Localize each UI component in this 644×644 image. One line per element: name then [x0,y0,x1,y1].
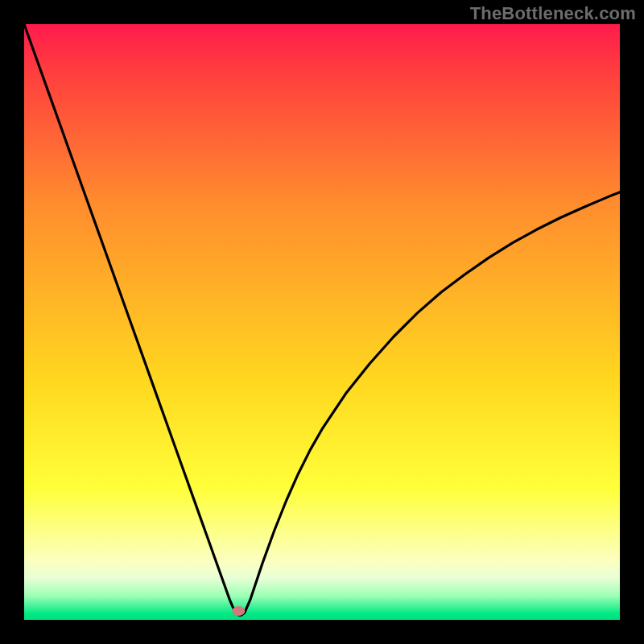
bottleneck-chart [24,24,620,620]
chart-frame: TheBottleneck.com [0,0,644,644]
minimum-marker [232,606,245,616]
chart-background [24,24,620,620]
watermark-text: TheBottleneck.com [470,3,636,24]
